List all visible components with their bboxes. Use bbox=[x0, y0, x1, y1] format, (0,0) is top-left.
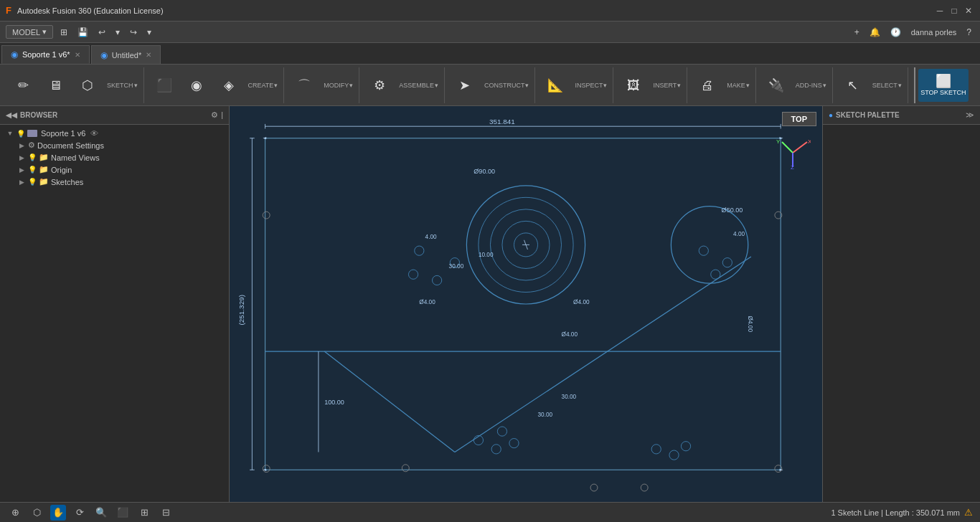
sketches-folder-icon: 📁 bbox=[39, 177, 49, 186]
insert-dropdown-icon: ▾ bbox=[677, 82, 681, 89]
doc-settings-label: Document Settings bbox=[37, 141, 104, 150]
snap-tool[interactable]: ⊕ bbox=[7, 505, 23, 521]
visibility-icon[interactable]: 👁 bbox=[90, 129, 98, 138]
grid-button[interactable]: ⊞ bbox=[57, 26, 70, 39]
loft-button[interactable]: ◈ bbox=[213, 69, 245, 102]
dim-30-2: 30.00 bbox=[562, 394, 577, 400]
root-light-icon: 💡 bbox=[17, 130, 25, 138]
user-name[interactable]: danna porles bbox=[908, 27, 960, 38]
maximize-button[interactable]: □ bbox=[948, 5, 960, 16]
addins-button[interactable]: 🔌 bbox=[760, 69, 792, 102]
toolbar-group-construct: ➤ CONSTRUCT ▾ bbox=[446, 67, 536, 103]
extrude-button[interactable]: ⬛ bbox=[149, 69, 180, 102]
undo-button[interactable]: ↩ bbox=[95, 26, 108, 39]
construct-dropdown-icon: ▾ bbox=[525, 82, 529, 89]
construct-label[interactable]: CONSTRUCT ▾ bbox=[481, 82, 532, 89]
grid-display-tool[interactable]: ⊞ bbox=[136, 505, 152, 521]
create-label[interactable]: CREATE ▾ bbox=[245, 82, 281, 89]
tab-untitled[interactable]: ◉ Untitled* ✕ bbox=[91, 45, 161, 64]
select-label[interactable]: SELECT ▾ bbox=[870, 82, 905, 89]
browser-settings-icon[interactable]: ⚙ bbox=[211, 110, 218, 120]
svg-point-25 bbox=[408, 270, 418, 279]
sketch-display-button[interactable]: 🖥 bbox=[39, 69, 71, 102]
inspect-button[interactable]: 📐 bbox=[540, 69, 571, 102]
sketch-palette-header: ● SKETCH PALETTE ≫ bbox=[823, 106, 980, 125]
tree-item-named-views[interactable]: ▶ 💡 📁 Named Views bbox=[0, 151, 229, 163]
insert-label[interactable]: INSERT ▾ bbox=[650, 82, 684, 89]
insert-button[interactable]: 🖼 bbox=[618, 69, 649, 102]
toolbar-group-modify: ⌒ MODIFY ▾ bbox=[286, 67, 359, 103]
sketch-palette-label: SKETCH PALETTE bbox=[836, 111, 900, 119]
add-tab-button[interactable]: + bbox=[852, 26, 862, 39]
sketches-arrow: ▶ bbox=[17, 179, 26, 186]
addins-label[interactable]: ADD-INS ▾ bbox=[793, 82, 829, 89]
svg-point-34 bbox=[497, 427, 507, 436]
modify-label[interactable]: MODIFY ▾ bbox=[321, 82, 356, 89]
nav-toolbar: MODEL ▾ ⊞ 💾 ↩ ▾ ↪ ▾ + 🔔 🕐 danna porles ? bbox=[0, 22, 980, 43]
toolbar-group-select: ↖ SELECT ▾ bbox=[834, 67, 908, 103]
palette-expand-icon[interactable]: ≫ bbox=[966, 110, 974, 120]
tab-close-soporte[interactable]: ✕ bbox=[75, 51, 80, 59]
make-button[interactable]: 🖨 bbox=[692, 69, 723, 102]
toolbar-group-create: ⬛ ◉ ◈ CREATE ▾ bbox=[146, 67, 285, 103]
help-button[interactable]: ? bbox=[963, 26, 974, 39]
doc-settings-arrow: ▶ bbox=[17, 142, 26, 149]
loft-icon: ◈ bbox=[224, 79, 234, 92]
viewport[interactable]: TOP X Y Z 351.841 bbox=[230, 106, 822, 502]
save-button[interactable]: 💾 bbox=[75, 26, 91, 39]
stop-sketch-button[interactable]: ⬜ STOP SKETCH bbox=[918, 69, 969, 102]
assemble-label[interactable]: ASSEMBLE ▾ bbox=[396, 82, 441, 89]
clock-button[interactable]: 🕐 bbox=[887, 26, 904, 39]
make-label[interactable]: MAKE ▾ bbox=[724, 82, 753, 89]
top-view-button[interactable]: TOP bbox=[782, 112, 816, 126]
status-bar: ⊕ ⬡ ✋ ⟳ 🔍 ⬛ ⊞ ⊟ 1 Sketch Line | Length :… bbox=[0, 502, 980, 522]
minimize-button[interactable]: ─ bbox=[934, 5, 946, 16]
inspect-label[interactable]: INSPECT ▾ bbox=[572, 82, 610, 89]
select-dropdown-icon: ▾ bbox=[898, 82, 902, 89]
tab-close-untitled[interactable]: ✕ bbox=[146, 51, 151, 59]
axes-svg: X Y Z bbox=[775, 135, 811, 171]
model-dropdown-icon[interactable]: ▾ bbox=[42, 27, 47, 37]
sketch-label[interactable]: SKETCH ▾ bbox=[104, 82, 141, 89]
root-label: Soporte 1 v6 bbox=[41, 129, 85, 138]
browser-header: ◀◀ BROWSER ⚙ | bbox=[0, 106, 229, 125]
browser-pin-icon[interactable]: | bbox=[221, 110, 223, 120]
dim-4-tr: 4.00 bbox=[733, 231, 745, 237]
modify-button[interactable]: ⌒ bbox=[288, 69, 320, 102]
orbit-tool[interactable]: ⟳ bbox=[72, 505, 88, 521]
tree-item-origin[interactable]: ▶ 💡 📁 Origin bbox=[0, 163, 229, 176]
dim-10: 10.00 bbox=[479, 252, 494, 258]
revolve-button[interactable]: ◉ bbox=[181, 69, 212, 102]
construct-button[interactable]: ➤ bbox=[449, 69, 481, 102]
zoom-tool[interactable]: 🔍 bbox=[93, 505, 109, 521]
tab-soporte[interactable]: ◉ Soporte 1 v6* ✕ bbox=[1, 45, 90, 64]
select-button[interactable]: ↖ bbox=[837, 69, 869, 102]
circle-large-dim: Ø90.00 bbox=[473, 168, 495, 175]
undo-dropdown[interactable]: ▾ bbox=[113, 26, 123, 39]
tree-item-root[interactable]: ▼ 💡 Soporte 1 v6 👁 bbox=[0, 128, 229, 139]
make-dropdown-icon: ▾ bbox=[746, 82, 750, 89]
svg-point-28 bbox=[699, 246, 708, 255]
window-controls[interactable]: ─ □ ✕ bbox=[934, 5, 974, 16]
sketch-palette-panel: ● SKETCH PALETTE ≫ bbox=[822, 106, 980, 502]
create-sketch-button[interactable]: ✏ bbox=[7, 69, 39, 102]
browser-collapse-icon[interactable]: ◀◀ bbox=[6, 111, 17, 119]
sketch-dropdown-icon: ▾ bbox=[134, 82, 138, 89]
status-message: 1 Sketch Line | Length : 350.071 mm ⚠ bbox=[831, 507, 973, 518]
view-cube-tool[interactable]: ⬛ bbox=[115, 505, 131, 521]
tab-label-untitled: Untitled* bbox=[112, 51, 142, 60]
redo-button[interactable]: ↪ bbox=[127, 26, 140, 39]
display-settings-tool[interactable]: ⬡ bbox=[29, 505, 44, 521]
assemble-button[interactable]: ⚙ bbox=[364, 69, 395, 102]
notifications-button[interactable]: 🔔 bbox=[867, 26, 883, 39]
pan-tool[interactable]: ✋ bbox=[50, 505, 66, 521]
left-dimension: (251.329) bbox=[237, 295, 245, 325]
close-button[interactable]: ✕ bbox=[963, 5, 974, 16]
display-mode-tool[interactable]: ⊟ bbox=[158, 505, 174, 521]
redo-dropdown[interactable]: ▾ bbox=[144, 26, 154, 39]
model-selector[interactable]: MODEL ▾ bbox=[6, 25, 53, 39]
tree-item-doc-settings[interactable]: ▶ ⚙ Document Settings bbox=[0, 139, 229, 151]
sketches-light-icon: 💡 bbox=[28, 178, 37, 186]
tree-item-sketches[interactable]: ▶ 💡 📁 Sketches bbox=[0, 176, 229, 188]
sketch-3d-button[interactable]: ⬡ bbox=[72, 69, 103, 102]
